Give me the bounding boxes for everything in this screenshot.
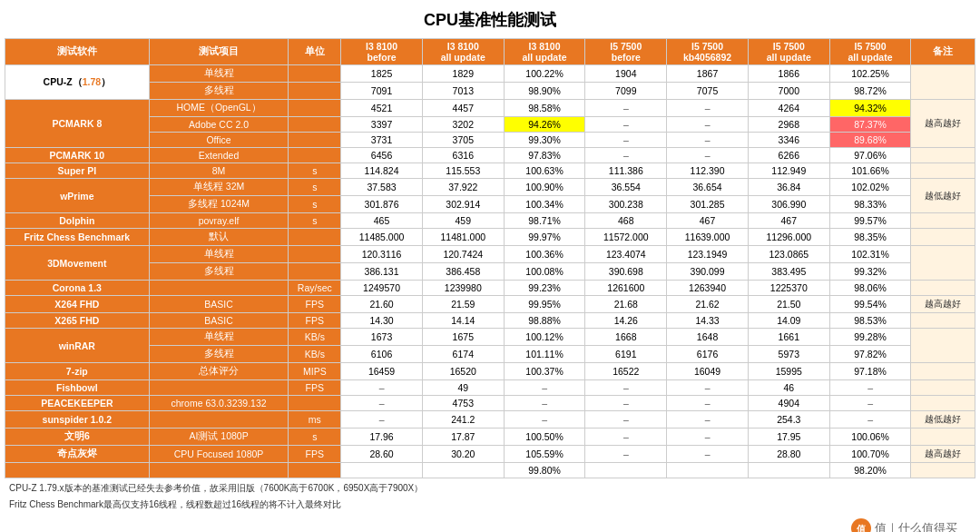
- test-item-cell: Extended: [149, 148, 289, 163]
- remark-cell: 越低越好: [911, 411, 975, 429]
- data-cell: 15995: [748, 363, 829, 380]
- test-item-cell: [149, 380, 289, 396]
- footer-note-2: Fritz Chess Benchmark最高仅支持16线程，线程数超过16线程…: [5, 498, 975, 511]
- software-cell: 7-zip: [5, 363, 150, 380]
- data-cell: 16459: [341, 363, 423, 380]
- data-cell: 306.990: [748, 196, 829, 213]
- data-cell: 94.26%: [504, 117, 585, 133]
- data-cell: 100.06%: [829, 429, 911, 446]
- data-cell: [748, 463, 829, 478]
- data-cell: 1904: [585, 65, 667, 83]
- test-item-cell: 单线程 32M: [149, 179, 289, 196]
- header-i5-kb: I5 7500kb4056892: [667, 39, 749, 65]
- data-cell: 21.62: [667, 296, 749, 313]
- table-row: Dolphinpovray.elfs46545998.71%4684674679…: [5, 213, 975, 229]
- svg-text:值: 值: [856, 524, 867, 532]
- remark-cell: [911, 281, 975, 296]
- data-cell: 4457: [422, 100, 504, 117]
- data-cell: 49: [422, 380, 504, 396]
- data-cell: 1249570: [341, 281, 423, 296]
- remark-cell: 越高越好: [911, 446, 975, 463]
- data-cell: 16520: [422, 363, 504, 380]
- data-cell: 120.7424: [422, 246, 504, 263]
- data-cell: –: [585, 100, 667, 117]
- software-cell: PEACEKEEPER: [5, 396, 150, 411]
- test-item-cell: 单线程: [149, 329, 289, 346]
- data-cell: 3346: [748, 133, 829, 148]
- data-cell: 99.54%: [829, 296, 911, 313]
- data-cell: 21.50: [748, 296, 829, 313]
- test-item-cell: BASIC: [149, 313, 289, 329]
- data-cell: 100.37%: [504, 363, 585, 380]
- data-cell: 30.20: [422, 446, 504, 463]
- data-cell: 99.97%: [504, 229, 585, 246]
- data-cell: 99.23%: [504, 281, 585, 296]
- data-cell: 467: [667, 213, 749, 229]
- software-cell: X265 FHD: [5, 313, 150, 329]
- test-item-cell: 8M: [149, 163, 289, 179]
- data-cell: 14.30: [341, 313, 423, 329]
- data-cell: 100.63%: [504, 163, 585, 179]
- data-cell: 1675: [422, 329, 504, 346]
- data-cell: –: [829, 411, 911, 429]
- data-cell: 36.84: [748, 179, 829, 196]
- table-row: 奇点灰烬CPU Focused 1080PFPS28.6030.20105.59…: [5, 446, 975, 463]
- data-cell: 14.14: [422, 313, 504, 329]
- remark-cell: [911, 163, 975, 179]
- data-cell: 99.30%: [504, 133, 585, 148]
- software-cell: winRAR: [5, 329, 150, 363]
- data-cell: 100.22%: [504, 65, 585, 83]
- test-item-cell: [149, 411, 289, 429]
- unit-cell: s: [289, 213, 341, 229]
- data-cell: 1263940: [667, 281, 749, 296]
- data-cell: 98.20%: [829, 463, 911, 478]
- data-cell: –: [829, 396, 911, 411]
- test-item-cell: 单线程: [149, 246, 289, 263]
- data-cell: 94.32%: [829, 100, 911, 117]
- data-cell: 11481.000: [422, 229, 504, 246]
- data-cell: 4904: [748, 396, 829, 411]
- table-row: Office3731370599.30%––334689.68%: [5, 133, 975, 148]
- data-cell: 386.131: [341, 263, 423, 281]
- data-cell: –: [585, 148, 667, 163]
- header-i5-before: I5 7500before: [585, 39, 667, 65]
- data-cell: 111.386: [585, 163, 667, 179]
- data-cell: 1867: [667, 65, 749, 83]
- table-row: Fritz Chess Benchmark默认11485.00011481.00…: [5, 229, 975, 246]
- data-cell: 46: [748, 380, 829, 396]
- test-item-cell: 多线程: [149, 263, 289, 281]
- remark-cell: 越高越好: [911, 296, 975, 313]
- data-cell: 28.60: [341, 446, 423, 463]
- data-cell: 14.33: [667, 313, 749, 329]
- table-row: Corona 1.3Ray/sec1249570123998099.23%126…: [5, 281, 975, 296]
- unit-cell: [289, 83, 341, 100]
- test-item-cell: Office: [149, 133, 289, 148]
- remark-cell: [911, 229, 975, 246]
- data-cell: 98.88%: [504, 313, 585, 329]
- test-item-cell: 总体评分: [149, 363, 289, 380]
- data-cell: 241.2: [422, 411, 504, 429]
- test-item-cell: 多线程 1024M: [149, 196, 289, 213]
- unit-cell: FPS: [289, 296, 341, 313]
- data-cell: 17.87: [422, 429, 504, 446]
- data-cell: 99.28%: [829, 329, 911, 346]
- data-cell: 1261600: [585, 281, 667, 296]
- software-cell: Super PI: [5, 163, 150, 179]
- page-title: CPU基准性能测试: [5, 9, 975, 31]
- table-row: PCMARK 8HOME（OpenGL）4521445798.58%––4264…: [5, 100, 975, 117]
- data-cell: 16049: [667, 363, 749, 380]
- watermark-icon: 值: [851, 518, 871, 532]
- remark-cell: [911, 380, 975, 396]
- header-i5-allupdate2: I5 7500all update: [829, 39, 911, 65]
- footer-note-1: CPU-Z 1.79.x版本的基准测试已经失去参考价值，故采用旧版（7600K高…: [5, 482, 975, 495]
- data-cell: 254.3: [748, 411, 829, 429]
- test-item-cell: BASIC: [149, 296, 289, 313]
- data-cell: 99.57%: [829, 213, 911, 229]
- unit-cell: KB/s: [289, 329, 341, 346]
- data-cell: 3202: [422, 117, 504, 133]
- software-cell: Corona 1.3: [5, 281, 150, 296]
- data-cell: 98.58%: [504, 100, 585, 117]
- data-cell: 3731: [341, 133, 423, 148]
- data-cell: 102.02%: [829, 179, 911, 196]
- data-cell: 97.83%: [504, 148, 585, 163]
